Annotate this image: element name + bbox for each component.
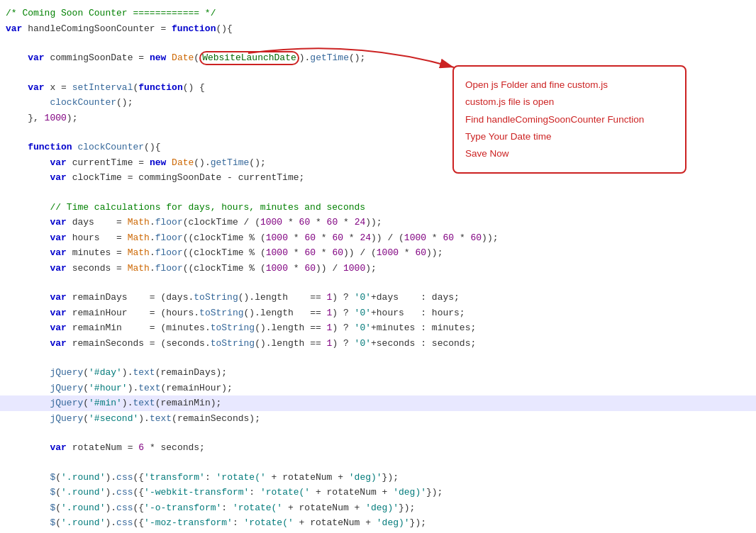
code-line-4: var commingSoonDate = new Date(WebsiteLa…	[0, 50, 756, 66]
code-line-17: var minutes = Math.floor((clockTime % (1…	[0, 245, 756, 261]
code-line-2: var handleComingSoonCounter = function()…	[0, 21, 756, 37]
callout-line4: Type Your Date time	[465, 128, 674, 145]
code-line-30: var rotateNum = 6 * seconds;	[0, 440, 756, 456]
code-line-32: $('.round').css({'transform': 'rotate(' …	[0, 470, 756, 486]
code-line-28: jQuery('#second').text(remainSeconds);	[0, 411, 756, 427]
code-line-36: $('.round').css({'-ms-transform': 'rotat…	[0, 531, 756, 533]
code-line-21: var remainHour = (hours.toString().lengt…	[0, 305, 756, 321]
callout-annotation: Open js Folder and fine custom.js custom…	[452, 65, 686, 174]
code-line-16: var hours = Math.floor((clockTime % (100…	[0, 230, 756, 246]
callout-line5: Save Now	[465, 145, 674, 162]
code-line-19	[0, 276, 756, 290]
code-line-13	[0, 186, 756, 200]
code-line-22: var remainMin = (minutes.toString().leng…	[0, 320, 756, 336]
code-line-33: $('.round').css({'-webkit-transform': 'r…	[0, 485, 756, 500]
code-editor: Open js Folder and fine custom.js custom…	[0, 0, 756, 533]
code-line-26: jQuery('#hour').text(remainHour);	[0, 381, 756, 396]
callout-line3: Find handleComingSoonCounter Function	[465, 111, 674, 128]
code-line-35: $('.round').css({'-moz-transform': 'rota…	[0, 515, 756, 531]
callout-line1: Open js Folder and fine custom.js	[465, 77, 674, 94]
code-line-3	[0, 36, 756, 50]
callout-line2: custom.js file is open	[465, 94, 674, 111]
code-line-1: /* Coming Soon Counter ============ */	[0, 6, 756, 21]
code-line-29	[0, 426, 756, 440]
code-line-20: var remainDays = (days.toString().length…	[0, 290, 756, 305]
code-line-34: $('.round').css({'-o-transform': 'rotate…	[0, 500, 756, 516]
code-line-27: jQuery('#min').text(remainMin);	[0, 395, 756, 411]
code-line-18: var seconds = Math.floor((clockTime % (1…	[0, 261, 756, 276]
code-line-15: var days = Math.floor(clockTime / (1000 …	[0, 215, 756, 230]
code-line-31	[0, 456, 756, 470]
code-line-24	[0, 351, 756, 365]
code-line-25: jQuery('#day').text(remainDays);	[0, 365, 756, 381]
code-line-14: // Time calculations for days, hours, mi…	[0, 200, 756, 215]
code-line-23: var remainSeconds = (seconds.toString().…	[0, 336, 756, 352]
